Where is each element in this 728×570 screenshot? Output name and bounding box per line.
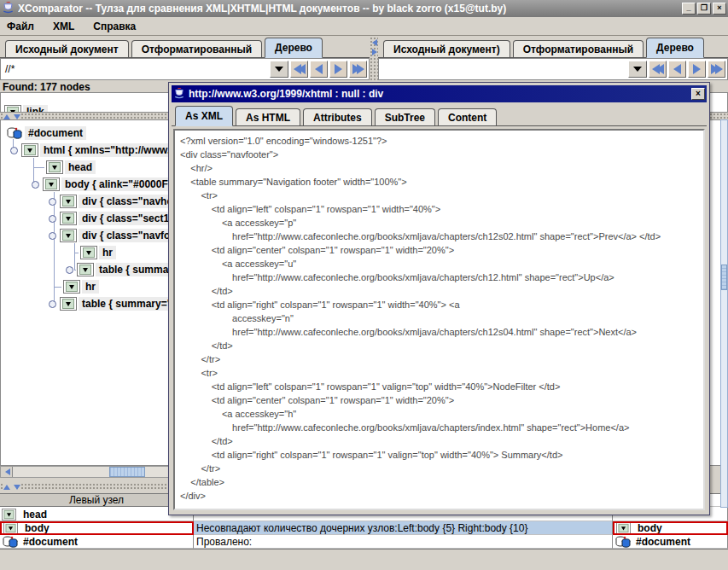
- nav-prev-button[interactable]: [668, 61, 686, 78]
- nav-next-button[interactable]: [688, 61, 706, 78]
- left-node-header[interactable]: Левый узел: [0, 494, 194, 507]
- xml-line: <td align="right" colspan="1" rowspan="1…: [180, 448, 698, 462]
- document-icon: [2, 535, 19, 549]
- maximize-button[interactable]: ❐: [697, 3, 711, 15]
- xpath-history-dropdown-button[interactable]: [270, 61, 288, 78]
- xml-line: <td align="center" colspan="1" rowspan="…: [180, 393, 698, 407]
- menu-item-0[interactable]: Файл: [7, 20, 34, 32]
- right-tab-1[interactable]: Отформатированный: [513, 40, 644, 57]
- tree-expand-handle[interactable]: [10, 147, 18, 154]
- tree-expand-handle[interactable]: [66, 266, 73, 274]
- xpath-input[interactable]: //*: [5, 63, 268, 75]
- menu-item-2[interactable]: Справка: [93, 20, 136, 32]
- node-dropdown-icon: [43, 177, 60, 191]
- list-item[interactable]: link: [4, 104, 48, 113]
- splitter-down-icon[interactable]: [14, 485, 20, 493]
- node-dropdown-icon: [63, 280, 80, 294]
- tree-node-label: hr: [82, 280, 99, 294]
- xml-source-view[interactable]: <?xml version="1.0" encoding="windows-12…: [173, 129, 705, 510]
- tree-node[interactable]: table { summary="(: [49, 296, 178, 311]
- node-dropdown-icon: [616, 522, 631, 534]
- xml-line: <?xml version="1.0" encoding="windows-12…: [180, 134, 698, 148]
- tree-expand-handle[interactable]: [49, 215, 56, 223]
- tree-node[interactable]: hr: [80, 245, 116, 260]
- xml-line: href="http://www.cafeconleche.org/books/…: [180, 421, 698, 434]
- right-node-cell[interactable]: body: [613, 521, 728, 535]
- right-vscrollbar-thumb[interactable]: [721, 265, 727, 290]
- left-tabstrip: Исходный документОтформатированныйДерево: [0, 38, 370, 58]
- dialog-tab-4[interactable]: Content: [438, 108, 497, 125]
- splitter-up-icon[interactable]: [3, 111, 10, 119]
- tree-expand-handle[interactable]: [49, 198, 56, 206]
- right-tree-vscrollbar[interactable]: [720, 119, 728, 508]
- right-tab-2[interactable]: Дерево: [646, 38, 704, 58]
- tree-node-label: div { class="navfoo: [79, 229, 180, 242]
- nav-last-button[interactable]: [349, 61, 367, 78]
- dialog-titlebar[interactable]: http://www.w3.org/1999/xhtml : null : di…: [172, 85, 707, 102]
- right-node-cell[interactable]: #document: [613, 535, 728, 549]
- dialog-tab-0[interactable]: As XML: [175, 106, 233, 126]
- tree-node[interactable]: html { xmlns="http://www.: [10, 142, 173, 158]
- double-right-arrow-icon: [352, 64, 364, 74]
- nav-next-button[interactable]: [329, 61, 347, 78]
- caret-down-icon: [69, 285, 74, 292]
- left-node-cell[interactable]: head: [0, 508, 194, 521]
- node-dropdown-icon: [77, 263, 94, 276]
- dialog-tab-3[interactable]: SubTree: [375, 108, 435, 125]
- tree-node[interactable]: head: [46, 160, 96, 175]
- left-node-cell[interactable]: #document: [0, 535, 194, 549]
- splitter-left-icon[interactable]: [369, 39, 377, 46]
- tree-node[interactable]: #document: [6, 125, 86, 141]
- tree-expand-handle[interactable]: [49, 232, 56, 240]
- splitter-up-icon[interactable]: [3, 481, 10, 490]
- right-tab-0[interactable]: Исходный документ): [383, 40, 510, 57]
- left-tab-2[interactable]: Дерево: [265, 38, 323, 58]
- java-logo-icon: [173, 87, 185, 102]
- scroll-left-button[interactable]: [1, 467, 13, 477]
- xpath-history-dropdown-button[interactable]: [628, 61, 647, 78]
- xml-line: </tr>: [180, 462, 698, 475]
- menu-item-1[interactable]: XML: [53, 20, 74, 32]
- nav-first-button[interactable]: [649, 61, 667, 78]
- message-cell[interactable]: Несовпадают количество дочерних узлов:Le…: [194, 521, 613, 535]
- double-left-arrow-icon: [652, 64, 664, 74]
- left-node-cell[interactable]: body: [0, 521, 194, 535]
- xml-line: </td>: [180, 434, 698, 448]
- tree-node[interactable]: div { class="sect1": [49, 211, 178, 226]
- tree-node[interactable]: div { class="navfoo: [49, 228, 180, 243]
- xml-line: <td align="right" colspan="1" rowspan="1…: [180, 298, 698, 311]
- tree-expand-handle[interactable]: [49, 300, 56, 308]
- tree-node[interactable]: div { class="navhea: [49, 194, 182, 209]
- left-tab-0[interactable]: Исходный документ: [5, 40, 129, 57]
- double-right-arrow-icon: [711, 64, 723, 74]
- tree-connector: [74, 253, 79, 253]
- left-arrow-icon: [2, 468, 10, 475]
- xml-line: accesskey="n": [180, 311, 698, 325]
- node-dropdown-icon: [60, 229, 77, 242]
- chevron-down-icon: [275, 67, 283, 76]
- minimize-button[interactable]: _: [682, 3, 696, 15]
- left-tab-1[interactable]: Отформатированный: [131, 40, 262, 57]
- tree-node[interactable]: hr: [63, 279, 99, 294]
- dialog-tab-2[interactable]: Attributes: [303, 108, 372, 125]
- right-node-label: body: [638, 522, 662, 534]
- hscrollbar-thumb[interactable]: [109, 467, 145, 477]
- xml-line: <tr>: [180, 189, 698, 202]
- caret-down-icon: [621, 526, 626, 532]
- caret-down-icon: [7, 513, 11, 519]
- dialog-close-button[interactable]: ×: [691, 88, 705, 100]
- right-xpath-toolbar: [378, 58, 728, 80]
- dialog-tab-1[interactable]: As HTML: [236, 108, 300, 125]
- tree-node[interactable]: table { summary: [66, 262, 182, 277]
- tree-node[interactable]: body { alink="#0000FF": [32, 177, 183, 192]
- left-arrow-icon: [315, 64, 323, 74]
- tree-expand-handle[interactable]: [32, 181, 39, 189]
- message-cell[interactable]: Провалено:: [194, 535, 613, 549]
- list-item-label: link: [23, 105, 48, 113]
- xml-line: <a accesskey="p": [180, 216, 698, 230]
- nav-prev-button[interactable]: [310, 61, 328, 78]
- nav-first-button[interactable]: [290, 61, 308, 78]
- xml-line: href="http://www.cafeconleche.org/books/…: [180, 230, 698, 243]
- close-button[interactable]: ×: [713, 3, 726, 15]
- nav-last-button[interactable]: [708, 61, 725, 78]
